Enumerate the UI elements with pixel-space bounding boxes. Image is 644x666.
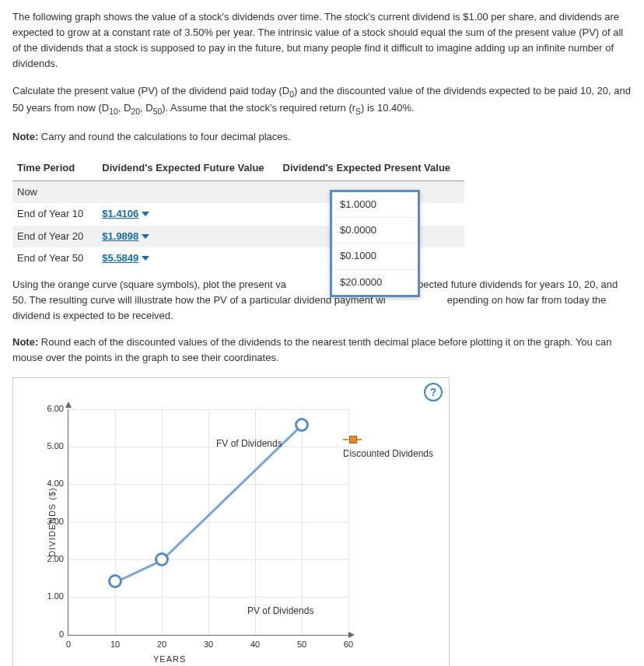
note-2: Note: Round each of the discounted value… <box>12 335 632 366</box>
fv-value: $5.5849 <box>102 251 138 266</box>
legend[interactable]: Discounted Dividends <box>343 433 433 461</box>
text: , D <box>140 102 153 114</box>
dropdown-option[interactable]: $0.1000 <box>332 244 418 269</box>
col-present-value: Dividend's Expected Present Value <box>278 156 465 181</box>
pv-dropdown-menu[interactable]: $1.0000 $0.0000 $0.1000 $20.0000 <box>330 190 420 297</box>
legend-label: Discounted Dividends <box>343 448 433 459</box>
y-tick: 5.00 <box>33 440 64 453</box>
y-tick: 6.00 <box>33 402 64 415</box>
fv-point[interactable] <box>155 552 169 566</box>
cell-period: End of Year 20 <box>12 226 97 247</box>
fv-value: $1.4106 <box>102 206 138 222</box>
fv-select[interactable]: $5.5849 <box>102 251 149 266</box>
y-tick: 1.00 <box>33 591 64 604</box>
fv-label: FV of Dividends <box>216 436 282 451</box>
fv-value: $1.9898 <box>102 229 138 244</box>
cell-period: End of Year 10 <box>12 203 97 225</box>
cell-period: End of Year 50 <box>12 247 97 269</box>
subscript: 50 <box>153 107 163 116</box>
y-tick: 0 <box>33 628 64 641</box>
cell-fv: $1.4106 <box>97 203 278 225</box>
col-pv-text: Dividend's Expected Present Value <box>283 162 451 174</box>
note-text: Round each of the discounted values of t… <box>12 336 611 363</box>
y-tick: 3.00 <box>33 515 64 528</box>
dropdown-option[interactable]: $1.0000 <box>332 192 418 218</box>
arrow-up-icon <box>65 401 72 408</box>
chevron-down-icon <box>142 256 149 261</box>
x-tick: 40 <box>250 638 260 651</box>
fv-select[interactable]: $1.4106 <box>102 206 149 222</box>
note-label: Note: <box>12 131 38 142</box>
cell-fv <box>97 181 278 204</box>
plot-area[interactable]: 0 1.00 2.00 3.00 4.00 5.00 6.00 0 10 20 … <box>68 409 348 636</box>
y-tick: 4.00 <box>33 478 64 491</box>
cell-fv: $5.5849 <box>97 247 278 269</box>
fv-point[interactable] <box>295 418 309 432</box>
help-icon[interactable]: ? <box>424 383 443 401</box>
intro-paragraph-1: The following graph shows the value of a… <box>12 9 632 72</box>
x-tick: 10 <box>110 638 120 651</box>
arrow-right-icon <box>348 632 355 638</box>
text: Calculate the present value (PV) of the … <box>12 85 289 96</box>
fv-point[interactable] <box>108 574 122 588</box>
dropdown-option[interactable]: $20.0000 <box>332 270 418 295</box>
x-tick: 50 <box>297 638 306 651</box>
text: ). Assume that the stock's required retu… <box>162 102 355 114</box>
cell-fv: $1.9898 <box>97 226 278 247</box>
x-axis-label: YEARS <box>153 653 186 666</box>
mid-paragraph: Using the orange curve (square symbols),… <box>12 277 632 324</box>
subscript: S <box>355 107 361 116</box>
note-1: Note: Carry and round the calculations t… <box>12 129 632 145</box>
fv-select[interactable]: $1.9898 <box>102 229 149 244</box>
y-tick: 2.00 <box>33 552 64 566</box>
note-label: Note: <box>12 336 38 348</box>
text: ) is 10.40%. <box>361 102 415 114</box>
pv-label: PV of Dividends <box>247 604 313 619</box>
text: , D <box>118 102 131 114</box>
subscript: 20 <box>131 107 140 116</box>
intro-paragraph-2: Calculate the present value (PV) of the … <box>12 83 632 118</box>
x-tick: 30 <box>204 638 213 651</box>
col-time-period: Time Period <box>12 156 97 181</box>
chevron-down-icon <box>142 212 149 216</box>
x-tick: 60 <box>344 638 353 651</box>
col-future-value: Dividend's Expected Future Value <box>97 156 278 181</box>
subscript: 10 <box>109 107 118 116</box>
chevron-down-icon <box>142 234 149 239</box>
x-tick: 0 <box>66 638 71 651</box>
text: Using the orange curve (square symbols),… <box>12 279 286 290</box>
dropdown-option[interactable]: $0.0000 <box>332 218 418 244</box>
note-text: Carry and round the calculations to four… <box>38 131 290 142</box>
x-tick: 20 <box>157 638 166 651</box>
chart-container: ? DIVIDENDS ($) YEARS Discounted Dividen… <box>12 377 450 666</box>
cell-period: Now <box>12 181 97 204</box>
